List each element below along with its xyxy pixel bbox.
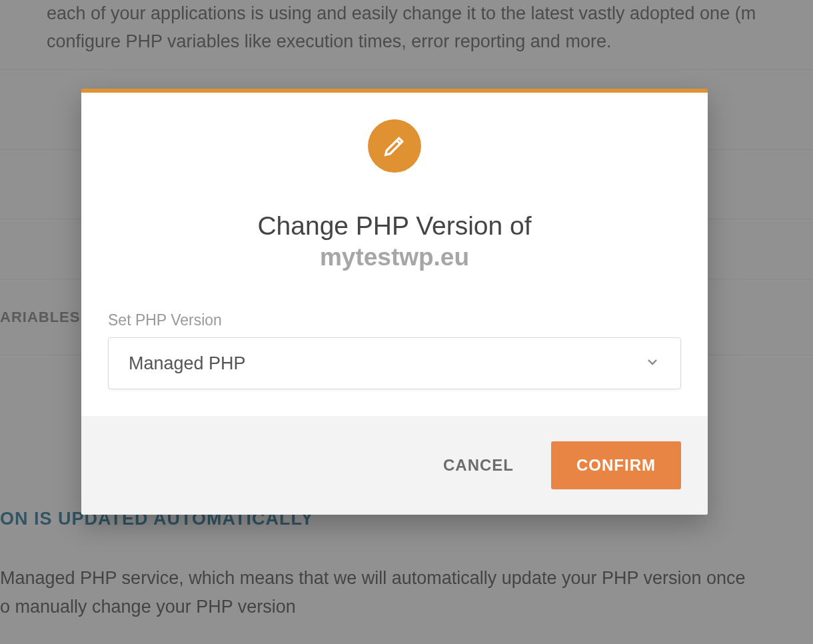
modal-subtitle: mytestwp.eu bbox=[108, 243, 681, 271]
php-version-select[interactable]: Managed PHP bbox=[108, 337, 681, 389]
pencil-icon bbox=[368, 119, 421, 173]
modal-title: Change PHP Version of bbox=[108, 211, 681, 241]
select-value: Managed PHP bbox=[129, 353, 246, 374]
chevron-down-icon bbox=[644, 354, 660, 373]
modal-footer: CANCEL CONFIRM bbox=[81, 416, 708, 515]
php-version-field: Set PHP Version Managed PHP bbox=[108, 311, 681, 389]
cancel-button[interactable]: CANCEL bbox=[436, 443, 520, 488]
field-label: Set PHP Version bbox=[108, 311, 681, 329]
change-php-version-modal: Change PHP Version of mytestwp.eu Set PH… bbox=[81, 89, 708, 515]
confirm-button[interactable]: CONFIRM bbox=[551, 441, 681, 489]
modal-body: Change PHP Version of mytestwp.eu Set PH… bbox=[81, 93, 708, 416]
